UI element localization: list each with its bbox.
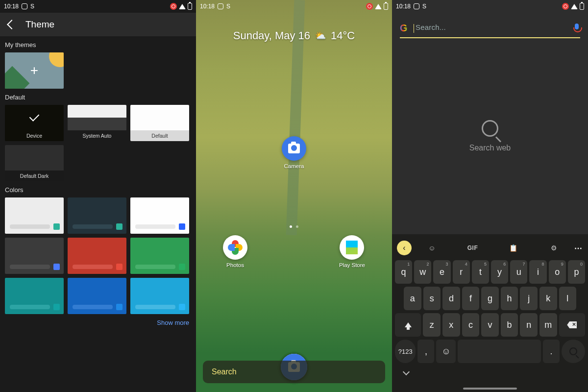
nfc-icon: S (422, 3, 426, 10)
clipboard-icon[interactable]: 📋 (509, 243, 518, 253)
search-icon (569, 347, 577, 355)
date-text: Sunday, May 16 (233, 29, 310, 42)
key-period[interactable]: . (543, 340, 560, 363)
key-g[interactable]: g (481, 287, 499, 310)
key-comma[interactable]: , (417, 340, 434, 363)
key-x[interactable]: x (442, 313, 460, 337)
clock: 10:18 (396, 3, 411, 10)
date-weather-widget[interactable]: Sunday, May 16 ⛅ 14°C (196, 29, 392, 42)
key-p[interactable]: p0 (568, 260, 585, 284)
temperature: 14°C (331, 29, 355, 42)
gesture-bar[interactable] (463, 388, 517, 390)
color-theme[interactable] (68, 238, 126, 274)
empty-state-text: Search web (469, 144, 511, 152)
clock: 10:18 (4, 3, 19, 10)
cast-icon (22, 3, 27, 9)
key-u[interactable]: u7 (510, 260, 527, 284)
color-theme[interactable] (5, 278, 64, 314)
app-bar: Theme (0, 13, 196, 36)
empty-state: Search web (392, 38, 588, 234)
home-screen: 10:18S Sunday, May 16 ⛅ 14°C Camera Phot… (196, 0, 392, 392)
key-backspace[interactable] (559, 313, 585, 337)
status-bar: 10:18S (196, 0, 392, 13)
kb-back-chip[interactable]: ‹ (397, 241, 412, 255)
cast-icon (218, 3, 223, 9)
more-icon[interactable]: ⋯ (574, 244, 583, 253)
plus-icon: + (5, 52, 64, 89)
color-theme[interactable] (130, 238, 189, 274)
wifi-icon (375, 4, 382, 9)
settings-icon[interactable]: ⚙ (549, 243, 559, 253)
key-s[interactable]: s (423, 287, 441, 310)
key-n[interactable]: n (520, 313, 538, 337)
theme-default[interactable]: Default (130, 105, 189, 141)
section-default: Default (0, 89, 196, 105)
battery-icon (188, 3, 192, 10)
weather-icon: ⛅ (315, 30, 326, 41)
color-theme[interactable] (5, 238, 64, 274)
key-y[interactable]: y6 (491, 260, 508, 284)
wifi-icon (179, 4, 186, 9)
key-f[interactable]: f (462, 287, 480, 310)
google-search-screen: 10:18S G Search... Search web ‹ ☺ GIF 📋 … (392, 0, 588, 392)
key-b[interactable]: b (501, 313, 518, 337)
photos-icon (228, 240, 243, 255)
cast-icon (414, 3, 419, 9)
back-icon[interactable] (7, 20, 16, 29)
wifi-icon (571, 4, 578, 9)
key-h[interactable]: h (501, 287, 518, 310)
key-t[interactable]: t5 (472, 260, 489, 284)
show-more-link[interactable]: Show more (0, 314, 196, 331)
color-theme[interactable] (68, 197, 126, 234)
key-m[interactable]: m (539, 313, 557, 337)
color-theme[interactable] (130, 278, 189, 314)
key-i[interactable]: i8 (529, 260, 546, 284)
page-indicator (196, 225, 392, 228)
record-icon (366, 3, 373, 10)
app-photos[interactable]: Photos (223, 235, 247, 268)
color-theme[interactable] (5, 197, 64, 234)
key-emoji[interactable]: ☺ (436, 340, 456, 363)
theme-default-dark[interactable]: Default Dark (5, 145, 64, 181)
nfc-icon: S (30, 3, 34, 10)
key-w[interactable]: w2 (414, 260, 431, 284)
color-theme[interactable] (130, 197, 189, 234)
key-d[interactable]: d (442, 287, 460, 310)
key-r[interactable]: r4 (453, 260, 470, 284)
battery-icon (384, 3, 388, 10)
theme-system-auto[interactable]: System Auto (68, 105, 126, 141)
key-o[interactable]: o9 (549, 260, 566, 284)
key-z[interactable]: z (423, 313, 441, 337)
theme-device[interactable]: Device (5, 105, 64, 141)
key-shift[interactable] (395, 313, 421, 337)
record-icon (562, 3, 569, 10)
key-e[interactable]: e3 (433, 260, 450, 284)
search-bar[interactable]: Search (203, 361, 385, 383)
key-j[interactable]: j (520, 287, 538, 310)
key-k[interactable]: k (539, 287, 557, 310)
status-bar: 10:18S (0, 0, 196, 13)
key-search[interactable] (562, 340, 585, 363)
app-play-store[interactable]: Play Store (339, 235, 365, 268)
key-c[interactable]: c (462, 313, 480, 337)
key-a[interactable]: a (404, 287, 421, 310)
page-title: Theme (25, 19, 54, 30)
key-v[interactable]: v (481, 313, 499, 337)
key-space[interactable] (458, 340, 541, 363)
status-bar: 10:18S (392, 0, 588, 13)
add-theme-button[interactable]: + (5, 52, 64, 89)
search-input[interactable]: G Search... (400, 19, 580, 38)
color-theme[interactable] (68, 278, 126, 314)
key-numbers[interactable]: ?123 (395, 340, 416, 363)
key-q[interactable]: q1 (395, 260, 412, 284)
collapse-keyboard-icon[interactable] (403, 368, 410, 375)
key-l[interactable]: l (559, 287, 577, 310)
keyboard: ‹ ☺ GIF 📋 ⚙ ⋯ q1w2e3r4t5y6u7i8o9p0 asdfg… (392, 234, 588, 392)
app-camera[interactable]: Camera (282, 136, 306, 169)
mic-icon[interactable] (573, 24, 580, 32)
gif-button[interactable]: GIF (468, 243, 478, 253)
sticker-icon[interactable]: ☺ (427, 243, 437, 253)
nav-bar (394, 365, 586, 379)
section-colors: Colors (0, 181, 196, 197)
clock: 10:18 (200, 3, 215, 10)
